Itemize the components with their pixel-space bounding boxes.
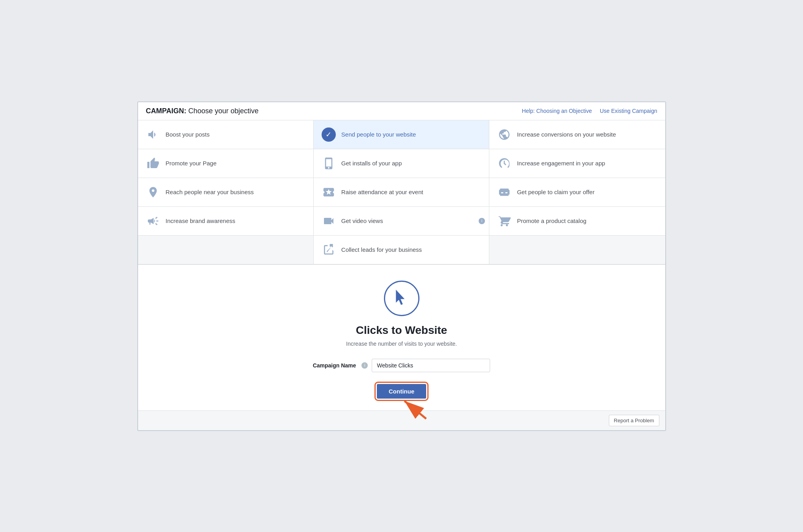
header-links: Help: Choosing an Objective Use Existing… xyxy=(522,108,657,114)
objective-empty-col3-row5 xyxy=(489,236,665,264)
objective-raise-attendance[interactable]: Raise attendance at your event xyxy=(314,178,489,207)
app-icon xyxy=(322,156,336,170)
objective-promote-page[interactable]: Promote your Page xyxy=(138,149,314,178)
campaign-name-info-icon[interactable]: i xyxy=(361,362,368,369)
raise-attendance-label: Raise attendance at your event xyxy=(341,188,423,196)
video-views-info-icon[interactable]: i xyxy=(479,218,485,224)
continue-button-container: Continue xyxy=(377,384,426,399)
objective-brand-awareness[interactable]: Increase brand awareness xyxy=(138,207,314,236)
cart-icon xyxy=(497,214,511,228)
ticket-icon xyxy=(322,185,336,199)
leads-icon xyxy=(322,243,336,257)
reach-people-label: Reach people near your business xyxy=(166,188,254,196)
video-views-label: Get video views xyxy=(341,217,383,225)
page-title: CAMPAIGN: Choose your objective xyxy=(146,107,259,115)
report-problem-button[interactable]: Report a Problem xyxy=(609,415,659,426)
gauge-icon xyxy=(497,156,511,170)
increase-engagement-label: Increase engagement in your app xyxy=(517,159,605,167)
get-offer-label: Get people to claim your offer xyxy=(517,188,595,196)
existing-campaign-link[interactable]: Use Existing Campaign xyxy=(600,108,657,114)
footer-bar: Report a Problem xyxy=(138,410,665,430)
campaign-name-label: Campaign Name xyxy=(313,362,356,369)
objectives-grid: Boost your posts ✓ Send people to your w… xyxy=(138,120,665,265)
objective-reach-people[interactable]: Reach people near your business xyxy=(138,178,314,207)
preview-icon xyxy=(384,281,419,316)
page-header: CAMPAIGN: Choose your objective Help: Ch… xyxy=(138,102,665,120)
help-link[interactable]: Help: Choosing an Objective xyxy=(522,108,592,114)
product-catalog-label: Promote a product catalog xyxy=(517,217,586,225)
objective-empty-col1-row5 xyxy=(138,236,314,264)
speaker-icon xyxy=(146,214,160,228)
promote-page-label: Promote your Page xyxy=(166,159,217,167)
continue-button[interactable]: Continue xyxy=(377,384,426,399)
main-container: CAMPAIGN: Choose your objective Help: Ch… xyxy=(137,101,666,431)
checkmark-icon: ✓ xyxy=(322,127,336,142)
objective-send-website[interactable]: ✓ Send people to your website xyxy=(314,120,489,149)
objective-video-views[interactable]: Get video views i xyxy=(314,207,489,236)
objective-boost[interactable]: Boost your posts xyxy=(138,120,314,149)
video-icon xyxy=(322,214,336,228)
objective-product-catalog[interactable]: Promote a product catalog xyxy=(489,207,665,236)
objective-increase-conversions[interactable]: Increase conversions on your website xyxy=(489,120,665,149)
boost-label: Boost your posts xyxy=(166,131,210,139)
get-installs-label: Get installs of your app xyxy=(341,159,402,167)
objective-increase-engagement[interactable]: Increase engagement in your app xyxy=(489,149,665,178)
campaign-name-row: Campaign Name i xyxy=(313,359,490,372)
objective-get-installs[interactable]: Get installs of your app xyxy=(314,149,489,178)
preview-title: Clicks to Website xyxy=(356,324,447,337)
megaphone-icon xyxy=(146,127,160,142)
globe-icon xyxy=(497,127,511,142)
objective-collect-leads[interactable]: Collect leads for your business xyxy=(314,236,489,264)
objective-get-offer[interactable]: Get people to claim your offer xyxy=(489,178,665,207)
pin-icon xyxy=(146,185,160,199)
campaign-name-input[interactable] xyxy=(372,359,490,372)
offer-icon xyxy=(497,185,511,199)
collect-leads-label: Collect leads for your business xyxy=(341,246,422,254)
thumbsup-icon xyxy=(146,156,160,170)
brand-awareness-label: Increase brand awareness xyxy=(166,217,236,225)
send-website-label: Send people to your website xyxy=(341,131,416,139)
preview-section: Clicks to Website Increase the number of… xyxy=(138,265,665,410)
preview-description: Increase the number of visits to your we… xyxy=(346,341,457,347)
increase-conversions-label: Increase conversions on your website xyxy=(517,131,616,139)
